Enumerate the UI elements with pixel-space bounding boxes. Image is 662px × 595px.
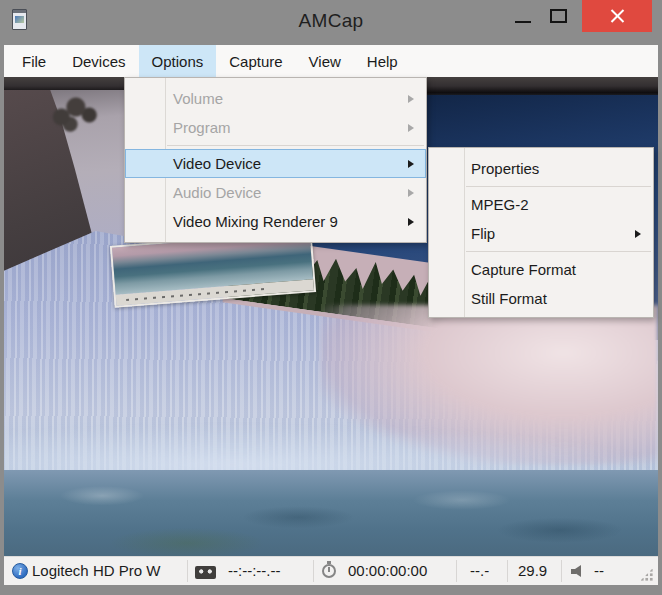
submenu-arrow-icon xyxy=(408,218,414,226)
menu-separator xyxy=(429,183,653,190)
dropped-value: --.- xyxy=(470,562,489,579)
minimize-icon xyxy=(515,21,531,23)
window-border xyxy=(0,585,662,595)
menubar: File Devices Options Capture View Help xyxy=(4,45,658,77)
menu-item-label: MPEG-2 xyxy=(471,196,529,213)
menu-item-label: Volume xyxy=(173,90,223,107)
statusbar: i Logitech HD Pro W --:--:--.-- 00:00:00… xyxy=(4,556,658,585)
cassette-icon xyxy=(195,566,216,579)
menu-item-label: Properties xyxy=(471,160,539,177)
menu-options[interactable]: Options xyxy=(139,45,217,77)
speaker-icon xyxy=(571,565,585,578)
menu-item-still-format[interactable]: Still Format xyxy=(429,284,653,313)
maximize-button[interactable] xyxy=(546,0,572,32)
menu-item-mpeg-2[interactable]: MPEG-2 xyxy=(429,190,653,219)
churning-water xyxy=(4,470,658,556)
menu-item-label: Capture Format xyxy=(471,261,576,278)
close-icon xyxy=(609,9,625,23)
menu-capture[interactable]: Capture xyxy=(216,45,295,77)
menu-item-label: Audio Device xyxy=(173,184,261,201)
statusbar-separator xyxy=(313,560,314,582)
statusbar-separator xyxy=(187,560,188,582)
menu-file[interactable]: File xyxy=(9,45,59,77)
cliff-tree xyxy=(44,93,102,133)
resize-grip[interactable] xyxy=(640,568,653,581)
menu-view[interactable]: View xyxy=(296,45,354,77)
device-name: Logitech HD Pro W xyxy=(32,562,160,579)
menu-item-audio-device[interactable]: Audio Device xyxy=(125,178,426,207)
timer-value: 00:00:00:00 xyxy=(348,562,427,579)
menu-help[interactable]: Help xyxy=(354,45,411,77)
menu-item-label: Flip xyxy=(471,225,495,242)
video-device-submenu: Properties MPEG-2 Flip Capture Format St… xyxy=(428,147,654,318)
submenu-arrow-icon xyxy=(408,95,414,103)
statusbar-separator xyxy=(561,560,562,582)
menu-item-volume[interactable]: Volume xyxy=(125,84,426,113)
menu-item-properties[interactable]: Properties xyxy=(429,154,653,183)
menu-item-video-device[interactable]: Video Device xyxy=(125,149,426,178)
maximize-icon xyxy=(550,9,567,23)
submenu-arrow-icon xyxy=(635,230,641,238)
menu-item-flip[interactable]: Flip xyxy=(429,219,653,248)
menu-separator xyxy=(125,142,426,149)
statusbar-separator xyxy=(456,560,457,582)
capture-timecode: --:--:--.-- xyxy=(228,562,280,579)
menu-devices[interactable]: Devices xyxy=(59,45,138,77)
titlebar[interactable]: AMCap xyxy=(0,0,662,45)
menu-item-label: Still Format xyxy=(471,290,547,307)
menu-item-label: Video Mixing Renderer 9 xyxy=(173,213,338,230)
menu-item-program[interactable]: Program xyxy=(125,113,426,142)
submenu-arrow-icon xyxy=(408,124,414,132)
menu-item-capture-format[interactable]: Capture Format xyxy=(429,255,653,284)
statusbar-separator xyxy=(507,560,508,582)
menu-item-video-mixing-renderer-9[interactable]: Video Mixing Renderer 9 xyxy=(125,207,426,236)
close-button[interactable] xyxy=(582,0,652,32)
menu-item-label: Video Device xyxy=(173,155,261,172)
amcap-window: AMCap File Devices Options Capture View … xyxy=(0,0,662,595)
submenu-arrow-icon xyxy=(408,189,414,197)
minimize-button[interactable] xyxy=(510,0,536,32)
submenu-arrow-icon xyxy=(408,160,414,168)
audio-value: -- xyxy=(594,562,604,579)
framerate-value: 29.9 xyxy=(518,562,547,579)
stopwatch-icon xyxy=(322,564,336,578)
menu-item-label: Program xyxy=(173,119,231,136)
info-icon: i xyxy=(12,563,28,579)
menu-separator xyxy=(429,248,653,255)
options-menu: Volume Program Video Device Audio Device… xyxy=(124,77,427,243)
